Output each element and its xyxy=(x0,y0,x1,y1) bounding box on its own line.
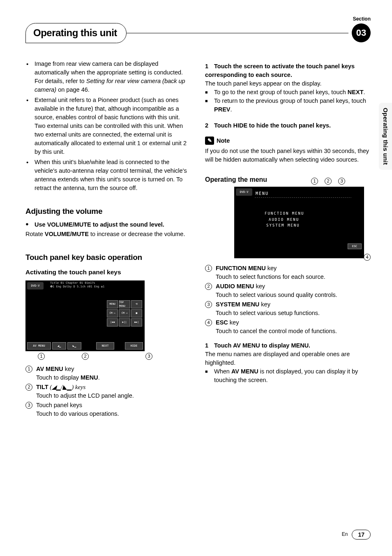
note-icon: ✎ xyxy=(205,137,214,145)
key-title: SYSTEM MENU xyxy=(216,301,259,308)
touch-button[interactable]: |◀◀ xyxy=(107,318,118,327)
menu-item[interactable]: AUDIO MENU xyxy=(265,217,304,222)
step-num: 2 xyxy=(205,121,214,130)
key-desc: Touch to do various operations. xyxy=(36,410,191,418)
touch-button[interactable]: MENU xyxy=(107,300,118,308)
operating-menu-heading: Operating the menu xyxy=(205,175,371,184)
header-rule xyxy=(127,33,348,34)
note-body: If you do not use the touch panel keys w… xyxy=(205,147,371,164)
key-item: 1 AV MENU key Touch to display MENU. xyxy=(25,365,191,382)
footer-page: 17 xyxy=(352,530,371,540)
step-1-sq1: To go to the next group of touch panel k… xyxy=(205,88,371,97)
key-desc: Touch to adjust the LCD panel angle. xyxy=(36,392,191,400)
key-suffix: key xyxy=(254,283,265,290)
touch-button[interactable]: ■ xyxy=(131,309,142,317)
step-2: 2Touch HIDE to hide the touch panel keys… xyxy=(205,121,371,130)
key-item: 1 FUNCTION MENU key Touch to select func… xyxy=(205,264,371,281)
section-number-badge: 03 xyxy=(352,23,371,42)
touch-button[interactable]: ▶▶| xyxy=(131,318,142,327)
key-title: AUDIO MENU xyxy=(216,283,254,290)
key-item: 2 TILT (◢▁/◣▁) keys Touch to adjust the … xyxy=(25,383,191,400)
tilt-down-button[interactable]: ◢▁ xyxy=(52,342,66,350)
touch-button-grid: MENU TOP MENU ⟲ CM ⟵ CM ⟶ ■ |◀◀ ▶|| ▶▶| xyxy=(107,300,142,327)
step-num: 1 xyxy=(205,341,214,350)
next-button[interactable]: NEXT xyxy=(96,342,114,350)
key-desc: Touch to select various sound quality co… xyxy=(216,291,371,299)
avmenu-button[interactable]: AV MENU xyxy=(27,342,51,350)
intro-bullet-2: External unit refers to a Pioneer produc… xyxy=(35,96,191,156)
text: When xyxy=(214,368,231,375)
right-column: 1Touch the screen to activate the touch … xyxy=(205,60,371,419)
key-suffix: key xyxy=(259,301,270,308)
key-num: 1 xyxy=(25,366,32,373)
footer: En 17 xyxy=(342,530,371,540)
header-title-wrap: Operating this unit xyxy=(25,23,127,43)
callout-2: 2 xyxy=(82,353,89,360)
info-line: Title 01 Chapter 01 01m17s xyxy=(50,281,142,285)
adjusting-body: Rotate VOLUME/MUTE to increase or decrea… xyxy=(25,230,191,239)
key-num: 2 xyxy=(25,384,32,391)
key-desc: Touch to display MENU. xyxy=(36,373,191,382)
touchpanel-keylist: 1 AV MENU key Touch to display MENU. 2 T… xyxy=(25,365,191,418)
text: to increase or decrease the volume. xyxy=(89,231,185,237)
text: . xyxy=(364,89,365,95)
step-text: Touch the screen to activate the touch p… xyxy=(205,63,355,78)
step-text: Touch AV MENU to display MENU. xyxy=(214,342,310,349)
key-item: 4 ESC key Touch to cancel the control mo… xyxy=(205,318,371,336)
menu-item[interactable]: FUNCTION MENU xyxy=(265,211,304,216)
header-row: Operating this unit 03 xyxy=(25,23,371,43)
callout-3: 3 xyxy=(338,178,345,185)
menu-keylist: 1 FUNCTION MENU key Touch to select func… xyxy=(205,264,371,336)
key-item: 3 SYSTEM MENU key Touch to select variou… xyxy=(205,300,371,317)
text: . xyxy=(98,374,100,381)
step-1: 1Touch the screen to activate the touch … xyxy=(205,62,371,79)
touch-button[interactable]: ▶|| xyxy=(119,318,130,327)
callouts-top: 1 2 3 xyxy=(311,178,345,185)
step-1-para: The touch panel keys appear on the displ… xyxy=(205,79,371,88)
text-bold: PREV xyxy=(214,106,231,113)
callout-2: 2 xyxy=(325,178,332,185)
step-3-sq: When AV MENU is not displayed, you can d… xyxy=(205,367,371,385)
key-desc: Touch to cancel the control mode of func… xyxy=(216,327,371,336)
intro-bullet-3: When this unit's blue/white lead is conn… xyxy=(35,158,191,192)
side-tab: Operating this unit xyxy=(379,103,392,170)
header-title: Operating this unit xyxy=(33,26,117,40)
text-bold: AV MENU xyxy=(231,368,258,375)
intro-bullets: Image from rear view camera can be displ… xyxy=(25,60,191,192)
text: Touch to display xyxy=(36,374,81,381)
text: on page 46. xyxy=(56,86,90,93)
left-column: Image from rear view camera can be displ… xyxy=(25,60,191,419)
key-suffix: key xyxy=(228,319,239,326)
step-1-sq2: To return to the previous group of touch… xyxy=(205,97,371,114)
screenshot-menu-wrap: 1 2 3 DVD-V MENU FUNCTION MENU AUDIO MEN… xyxy=(234,187,371,258)
hide-button[interactable]: HIDE xyxy=(125,342,143,350)
key-item: 3 Touch panel keys Touch to do various o… xyxy=(25,401,191,418)
callout-bottom: 4 xyxy=(364,252,371,261)
menu-item[interactable]: SYSTEM MENU xyxy=(265,222,304,228)
text-bold: NEXT xyxy=(348,89,364,95)
key-desc: Touch to select functions for each sourc… xyxy=(216,273,371,281)
key-num: 1 xyxy=(205,265,212,272)
callout-3: 3 xyxy=(145,353,152,360)
key-title: FUNCTION MENU xyxy=(216,265,266,271)
key-suffix: Touch panel keys xyxy=(36,402,82,408)
text-bold: VOLUME/MUTE xyxy=(45,231,89,237)
esc-button[interactable]: ESC xyxy=(348,243,362,249)
adjusting-heading: Adjusting the volume xyxy=(25,206,191,217)
touch-button[interactable]: ⟲ xyxy=(131,300,142,308)
callout-4: 4 xyxy=(364,254,371,261)
touchpanel-heading: Touch panel key basic operation xyxy=(25,252,191,263)
bottom-bar: AV MENU ◢▁ ◣▁ NEXT HIDE xyxy=(27,342,143,350)
touch-button[interactable]: TOP MENU xyxy=(119,300,130,308)
note-label: Note xyxy=(217,137,230,145)
touch-button[interactable]: CM ⟵ xyxy=(107,309,118,317)
step-num: 1 xyxy=(205,62,214,71)
callout-1: 1 xyxy=(311,178,318,185)
touch-button[interactable]: CM ⟶ xyxy=(119,309,130,317)
key-title: ESC xyxy=(216,319,228,326)
key-title: AV MENU xyxy=(36,366,63,372)
text: Rotate xyxy=(25,231,45,237)
info-lines: Title 01 Chapter 01 01m17s ❶1 Eng Dolby … xyxy=(50,281,142,289)
step-3: 1Touch AV MENU to display MENU. xyxy=(205,341,371,350)
tilt-up-button[interactable]: ◣▁ xyxy=(67,342,81,350)
